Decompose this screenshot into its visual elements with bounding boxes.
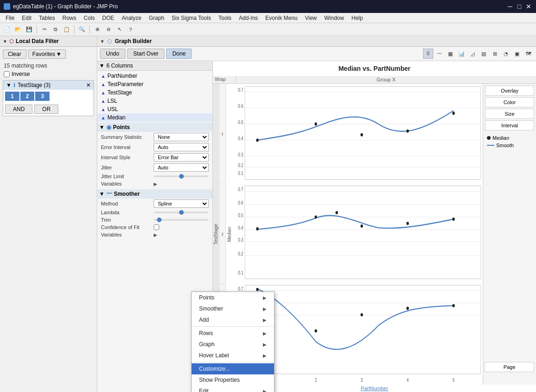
legend-smooth: Smooth [485, 142, 534, 149]
method-select[interactable]: Spline [154, 199, 209, 208]
stage-btn-1[interactable]: 1 [5, 92, 19, 101]
menu-help[interactable]: Help [348, 14, 367, 22]
ctx-edit[interactable]: Edit ▶ [192, 386, 274, 392]
svg-point-16 [361, 133, 363, 137]
tb-open[interactable]: 📂 [13, 25, 23, 35]
stage-btn-2[interactable]: 2 [20, 92, 35, 101]
lambda-slider[interactable] [154, 212, 209, 213]
tb-search[interactable]: 🔍 [77, 25, 87, 35]
overlay-button[interactable]: Overlay [485, 86, 534, 96]
confidence-checkbox[interactable] [154, 224, 159, 230]
ctx-hover-label[interactable]: Hover Label ▶ [192, 350, 274, 361]
menu-file[interactable]: File [2, 14, 18, 22]
menu-rows[interactable]: Rows [59, 14, 80, 22]
menu-evonik[interactable]: Evonik Menu [262, 14, 301, 22]
col-partnumber[interactable]: ▲ PartNumber [97, 72, 212, 80]
menu-view[interactable]: View [301, 14, 321, 22]
chart-pie-icon[interactable]: ◔ [501, 49, 511, 59]
ctx-add[interactable]: Add ▶ [192, 314, 274, 325]
inverse-checkbox[interactable] [4, 71, 10, 77]
undo-button[interactable]: Undo [100, 49, 125, 59]
col-teststage[interactable]: ▲ TestStage [97, 88, 212, 97]
legend-median: Median [485, 134, 534, 142]
menu-window[interactable]: Window [321, 14, 348, 22]
color-button[interactable]: Color [485, 97, 534, 107]
menu-graph[interactable]: Graph [145, 14, 168, 22]
done-button[interactable]: Done [166, 49, 192, 59]
chart-bar-icon[interactable]: ▦ [445, 49, 455, 59]
minimize-button[interactable]: ─ [506, 3, 514, 10]
col-lsl[interactable]: ▲ LSL [97, 97, 212, 105]
menu-addins[interactable]: Add-Ins [235, 14, 262, 22]
title-bar: egDataTable (1) - Graph Builder - JMP Pr… [0, 0, 536, 13]
chart-map-icon[interactable]: 🗺 [523, 49, 533, 59]
title-bar-controls[interactable]: ─ □ ✕ [506, 3, 532, 10]
chart-area-icon[interactable]: ◿ [467, 49, 478, 59]
jitter-select[interactable]: Auto [154, 163, 209, 172]
close-button[interactable]: ✕ [525, 3, 532, 10]
size-button[interactable]: Size [485, 109, 534, 119]
menu-doe[interactable]: DOE [99, 14, 118, 22]
chart-histogram-icon[interactable]: 📊 [456, 49, 467, 59]
interval-style-select[interactable]: Error Bar [154, 153, 209, 162]
or-button[interactable]: OR [34, 105, 58, 114]
jitter-limit-slider[interactable] [154, 175, 209, 177]
summary-stat-select[interactable]: None [154, 133, 209, 141]
trim-slider[interactable] [154, 219, 209, 221]
and-button[interactable]: AND [5, 105, 32, 114]
chart-line-icon[interactable]: 〰 [434, 49, 444, 59]
stage-btn-3[interactable]: 3 [35, 92, 50, 101]
chart-scatter-icon[interactable]: ⠿ [423, 49, 433, 59]
tb-copy[interactable]: ⧉ [50, 25, 61, 35]
ctx-points[interactable]: Points ▶ [192, 292, 274, 303]
tb-help2[interactable]: ? [125, 25, 136, 35]
ctx-smoother[interactable]: Smoother ▶ [192, 303, 274, 314]
gb-toggle-icon[interactable]: ▼ [100, 39, 105, 44]
lambda-thumb[interactable] [179, 210, 184, 215]
error-interval-select[interactable]: Auto [154, 143, 209, 151]
tb-paste[interactable]: 📋 [62, 25, 72, 35]
page-button[interactable]: Page [485, 362, 534, 372]
points-section-header[interactable]: ▼ ◉ Points [97, 123, 212, 132]
chart-box-icon[interactable]: ▤ [479, 49, 489, 59]
jitter-limit-thumb[interactable] [179, 174, 184, 179]
tb-sep-3 [89, 25, 90, 34]
tb-save[interactable]: 💾 [24, 25, 34, 35]
logic-buttons: AND OR [3, 103, 93, 116]
ctx-show-properties[interactable]: Show Properties [192, 374, 274, 386]
maximize-button[interactable]: □ [516, 3, 523, 10]
tb-zoom-in[interactable]: ⊕ [92, 25, 102, 35]
menu-tables[interactable]: Tables [35, 14, 59, 22]
close-filter-icon[interactable]: ✕ [86, 82, 91, 88]
menu-tools[interactable]: Tools [215, 14, 235, 22]
col-usl[interactable]: ▲ USL [97, 105, 212, 113]
filter-toggle-icon[interactable]: ▼ [3, 39, 7, 44]
menu-six-sigma[interactable]: Six Sigma Tools [168, 14, 215, 22]
points-variables-label: Variables [101, 181, 152, 187]
chart-treemap-icon[interactable]: ▣ [512, 49, 522, 59]
smoother-section: ▼ 〰 Smoother Method Spline Lambda [97, 189, 212, 238]
menu-analyze[interactable]: Analyze [118, 14, 145, 22]
tb-select[interactable]: ↖ [114, 25, 125, 35]
ctx-customize[interactable]: Customize... [192, 363, 274, 374]
trim-thumb[interactable] [157, 218, 162, 222]
svg-text:0.4: 0.4 [238, 136, 243, 141]
favorites-button[interactable]: Favorites ▼ [28, 50, 66, 59]
clear-button[interactable]: Clear [3, 50, 26, 59]
smoother-section-header[interactable]: ▼ 〰 Smoother [97, 189, 212, 199]
ctx-graph[interactable]: Graph ▶ [192, 339, 274, 350]
start-over-button[interactable]: Start Over [127, 49, 165, 59]
col-median[interactable]: ▲ Median [97, 113, 212, 122]
ctx-rows[interactable]: Rows ▶ [192, 328, 274, 339]
columns-toggle-icon[interactable]: ▼ [99, 62, 105, 69]
interval-button[interactable]: Interval [485, 120, 534, 131]
svg-text:3: 3 [361, 378, 363, 383]
tb-zoom-out[interactable]: ⊖ [103, 25, 113, 35]
menu-edit[interactable]: Edit [18, 14, 35, 22]
tb-cut[interactable]: ✂ [39, 25, 50, 35]
smoother-variables-label: Variables [101, 232, 152, 237]
tb-new[interactable]: 📄 [2, 25, 12, 35]
menu-cols[interactable]: Cols [80, 14, 99, 22]
col-testparameter[interactable]: ▲ TestParameter [97, 80, 212, 88]
chart-heatmap-icon[interactable]: ⊞ [490, 49, 500, 59]
